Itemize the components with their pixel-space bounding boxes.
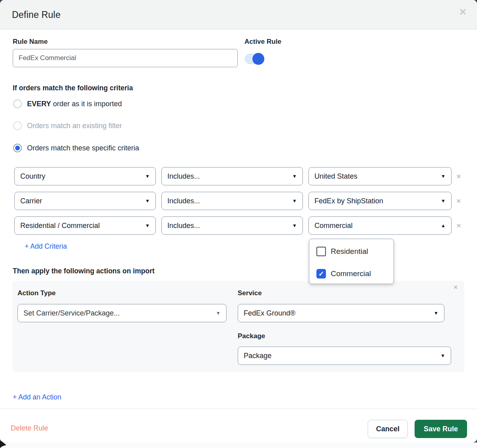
- checkbox-unchecked[interactable]: [316, 247, 326, 256]
- chevron-up-icon: ▲: [438, 223, 446, 228]
- chevron-down-icon: ▼: [438, 199, 446, 203]
- dropdown-option-commercial[interactable]: ✓ Commercial: [316, 269, 371, 279]
- radio-circle: [13, 99, 22, 108]
- select-value: Carrier: [20, 197, 42, 205]
- remove-criteria-icon-2[interactable]: ×: [455, 197, 463, 205]
- criteria-operator-select-3[interactable]: Includes... ▼: [161, 216, 303, 235]
- service-label: Service: [238, 289, 262, 297]
- delete-rule-button[interactable]: Delete Rule: [11, 424, 48, 432]
- footer-divider: [0, 409, 477, 409]
- package-select[interactable]: Package ▼: [238, 347, 451, 365]
- criteria-field-select-2[interactable]: Carrier ▼: [14, 192, 156, 210]
- modal-title: Define Rule: [12, 0, 60, 29]
- option-label: Commercial: [331, 269, 371, 278]
- select-value: FedEx Ground®: [244, 309, 295, 317]
- close-icon[interactable]: ✕: [459, 8, 467, 17]
- remove-action-icon[interactable]: ×: [452, 283, 460, 291]
- criteria-heading: If orders match the following criteria: [13, 84, 133, 92]
- select-value: Set Carrier/Service/Package...: [23, 309, 120, 317]
- radio-circle: [13, 121, 22, 130]
- select-value: Residential / Commercial: [20, 222, 100, 230]
- radio-label: EVERY order as it is imported: [27, 100, 122, 108]
- package-label: Package: [238, 332, 265, 340]
- chevron-down-icon: ▼: [142, 199, 150, 203]
- action-type-label: Action Type: [17, 289, 56, 297]
- chevron-down-icon: ▼: [142, 223, 150, 228]
- chevron-down-icon: ▼: [289, 199, 297, 203]
- select-value: Includes...: [167, 197, 200, 205]
- chevron-down-icon: ▼: [437, 353, 445, 358]
- modal-header: Define Rule ✕: [0, 0, 477, 29]
- rule-name-label: Rule Name: [13, 38, 48, 46]
- page-background-strip: [0, 442, 477, 448]
- active-rule-toggle[interactable]: [245, 54, 264, 64]
- criteria-operator-select-2[interactable]: Includes... ▼: [161, 192, 303, 210]
- chevron-down-icon: ▼: [438, 174, 446, 179]
- chevron-down-icon: ▼: [289, 223, 297, 228]
- radio-specific-criteria[interactable]: Orders match these specific criteria: [13, 143, 139, 153]
- chevron-down-icon: ▼: [430, 311, 438, 316]
- service-select[interactable]: FedEx Ground® ▼: [238, 304, 444, 322]
- add-action-link[interactable]: + Add an Action: [13, 393, 61, 401]
- active-rule-label: Active Rule: [244, 38, 281, 46]
- chevron-down-icon: ▼: [142, 174, 150, 179]
- dropdown-option-residential[interactable]: Residential: [316, 247, 368, 256]
- toggle-knob: [252, 53, 264, 65]
- select-value: United States: [314, 172, 357, 181]
- criteria-field-select-3[interactable]: Residential / Commercial ▼: [14, 216, 156, 235]
- radio-label: Orders match an existing filter: [27, 122, 122, 130]
- select-value: Package: [244, 352, 271, 360]
- criteria-value-select-2[interactable]: FedEx by ShipStation ▼: [308, 192, 452, 210]
- action-type-select[interactable]: Set Carrier/Service/Package... ▼: [17, 304, 227, 322]
- select-value: FedEx by ShipStation: [314, 197, 383, 205]
- cancel-button[interactable]: Cancel: [368, 420, 408, 438]
- criteria-field-select-1[interactable]: Country ▼: [14, 167, 156, 185]
- radio-every-order[interactable]: EVERY order as it is imported: [13, 99, 122, 109]
- rule-name-input[interactable]: [13, 49, 238, 67]
- define-rule-modal: Define Rule ✕ Rule Name Active Rule If o…: [0, 0, 477, 442]
- remove-criteria-icon-3[interactable]: ×: [455, 222, 463, 230]
- radio-circle-selected: [13, 144, 22, 152]
- option-label: Residential: [331, 247, 368, 256]
- radio-existing-filter[interactable]: Orders match an existing filter: [13, 121, 122, 131]
- select-value: Includes...: [167, 222, 200, 230]
- define-rule-screen: Define Rule ✕ Rule Name Active Rule If o…: [0, 0, 477, 448]
- remove-criteria-icon-1[interactable]: ×: [455, 172, 463, 180]
- value-dropdown-panel: Residential ✓ Commercial: [309, 239, 394, 284]
- criteria-value-select-3-open[interactable]: Commercial ▲: [308, 216, 452, 235]
- select-value: Country: [20, 172, 45, 181]
- select-value: Includes...: [167, 172, 200, 181]
- chevron-down-icon: ▼: [289, 174, 297, 179]
- actions-heading: Then apply the following actions on impo…: [13, 267, 155, 275]
- select-value: Commercial: [314, 222, 353, 230]
- radio-label: Orders match these specific criteria: [27, 144, 139, 152]
- chevron-down-icon: ▼: [213, 311, 221, 316]
- criteria-value-select-1[interactable]: United States ▼: [308, 167, 452, 185]
- add-criteria-link[interactable]: + Add Criteria: [25, 242, 67, 251]
- criteria-operator-select-1[interactable]: Includes... ▼: [161, 167, 303, 185]
- save-rule-button[interactable]: Save Rule: [415, 420, 467, 438]
- checkbox-checked[interactable]: ✓: [316, 269, 326, 279]
